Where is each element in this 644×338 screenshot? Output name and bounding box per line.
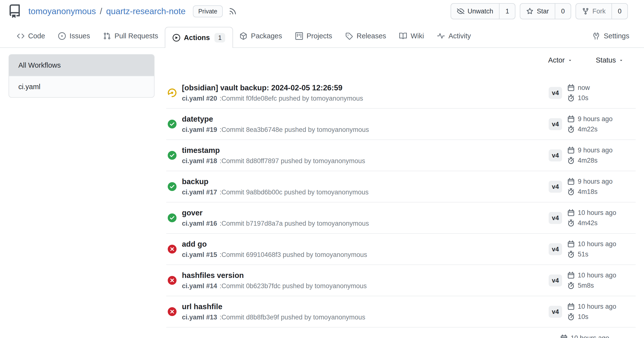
run-time-text: 10 hours ago [578,209,616,217]
eye-closed-icon [457,7,464,15]
actor-filter-dropdown[interactable]: Actor [548,56,572,64]
tab-actions[interactable]: Actions1 [165,27,233,48]
fork-label: Fork [592,7,606,15]
star-count[interactable]: 0 [555,4,571,19]
run-title-link[interactable]: add go [182,240,367,249]
run-started-time: 9 hours ago [568,115,613,123]
repo-owner-link[interactable]: tomoyanonymous [28,6,96,16]
run-duration-text: 5m8s [578,282,594,289]
run-time-text: 10 hours ago [571,334,609,338]
git-pull-request-icon [103,32,111,40]
issue-opened-icon [58,32,66,40]
run-started-time: 10 hours ago [560,334,609,338]
run-title-link[interactable]: url hashfile [182,302,365,311]
run-commit-description: :Commit f0fde08efc pushed by tomoyanonym… [220,95,363,102]
run-subtitle: ci.yaml #13 :Commit d8b8fb3e9f pushed by… [182,314,365,321]
run-workflow-ref[interactable]: ci.yaml #18 [182,157,217,165]
run-workflow-ref[interactable]: ci.yaml #16 [182,220,217,227]
fork-count[interactable]: 0 [612,4,627,19]
run-title-link[interactable]: backup [182,177,368,186]
run-title-link[interactable]: [obsidian] vault backup: 2024-02-05 12:2… [182,84,363,92]
run-commit-description: :Commit d8b8fb3e9f pushed by tomoyanonym… [220,314,365,321]
calendar-icon [560,335,568,338]
unwatch-label: Unwatch [468,7,493,15]
repo-header: tomoyanonymous / quartz-research-note Pr… [8,1,628,21]
run-summary: url hashfile ci.yaml #13 :Commit d8b8fb3… [182,302,365,321]
run-subtitle: ci.yaml #17 :Commit 9a8bd6b00c pushed by… [182,188,368,196]
run-workflow-ref[interactable]: ci.yaml #14 [182,282,217,290]
chevron-down-icon [568,58,572,62]
code-icon [17,32,24,40]
chevron-down-icon [619,58,624,62]
repo-icon [8,4,22,18]
status-filter-dropdown[interactable]: Status [596,56,624,64]
run-duration-text: 4m42s [578,219,598,227]
sidebar-item-ci.yaml[interactable]: ci.yaml [9,76,154,97]
tab-pull-requests[interactable]: Pull Requests [96,32,165,40]
workflow-run-row: url hashfile ci.yaml #13 :Commit d8b8fb3… [166,296,636,328]
run-summary: [obsidian] vault backup: 2024-02-05 12:2… [182,84,363,102]
success-status-icon [168,151,176,160]
tab-settings[interactable]: Settings [592,32,629,40]
tab-wiki[interactable]: Wiki [393,32,430,40]
tab-packages[interactable]: Packages [233,32,288,40]
run-times: 9 hours ago 4m22s [568,115,613,133]
rss-feed-icon[interactable] [228,7,237,15]
workflow-run-row: hashfiles version ci.yaml #14 :Commit 0b… [166,265,636,296]
star-button[interactable]: Star [520,4,555,19]
run-times: 9 hours ago 4m28s [568,147,613,164]
unwatch-count[interactable]: 1 [499,4,515,19]
run-workflow-ref[interactable]: ci.yaml #13 [182,314,217,321]
unwatch-button[interactable]: Unwatch [451,4,499,19]
run-workflow-ref[interactable]: ci.yaml #17 [182,188,217,196]
run-duration: 51s [568,251,616,258]
run-meta: v4 10 hours ago 10s [549,303,636,321]
tab-code[interactable]: Code [10,32,52,40]
fork-button[interactable]: Fork [576,4,612,19]
workflow-run-row: backup ci.yaml #17 :Commit 9a8bd6b00c pu… [166,171,636,202]
tab-projects[interactable]: Projects [289,32,339,40]
workflow-run-row: gover ci.yaml #16 :Commit b7197d8a7a pus… [166,202,636,234]
book-icon [399,32,407,40]
run-subtitle: ci.yaml #15 :Commit 69910468f3 pushed by… [182,251,367,259]
run-title-link[interactable]: gover [182,208,369,217]
run-times: 10 hours ago 4m42s [568,209,616,227]
runner-version-badge: v4 [549,243,562,255]
run-time-text: 10 hours ago [578,240,616,248]
sidebar-item-all-workflows[interactable]: All Workflows [9,55,154,76]
run-time-text: 9 hours ago [578,147,613,154]
run-title-link[interactable]: datetype [182,115,369,124]
run-workflow-ref[interactable]: ci.yaml #15 [182,251,217,259]
run-title-link[interactable]: timestamp [182,146,365,155]
run-summary: gover ci.yaml #16 :Commit b7197d8a7a pus… [182,208,369,227]
run-commit-description: :Commit 0b623b7fdc pushed by tomoyanonym… [220,282,367,290]
fork-icon [582,7,589,15]
workflow-run-list: [obsidian] vault backup: 2024-02-05 12:2… [166,77,636,338]
nav-tabs: CodeIssuesPull RequestsActions1PackagesP… [10,24,478,47]
tab-label: Projects [306,32,332,40]
package-icon [240,32,247,40]
success-status-icon [168,182,176,191]
tab-activity[interactable]: Activity [430,32,478,40]
tab-issues[interactable]: Issues [52,32,96,40]
run-times: now 10s [568,84,590,102]
runner-version-badge: v4 [549,118,562,130]
run-duration: 4m42s [568,219,616,227]
run-workflow-ref[interactable]: ci.yaml #19 [182,126,217,134]
run-started-time: now [568,84,590,92]
repo-name-link[interactable]: quartz-research-note [106,6,186,16]
failure-status-icon [168,276,176,285]
workflow-run-row: datetype ci.yaml #19 :Commit 8ea3b6748e … [166,109,636,140]
tab-counter: 1 [214,33,225,42]
run-duration-text: 10s [578,313,588,321]
run-duration: 4m28s [568,157,613,164]
calendar-icon [568,241,574,248]
tab-releases[interactable]: Releases [339,32,393,40]
success-status-icon [168,120,176,129]
run-started-time: 10 hours ago [568,272,616,279]
tab-label: Pull Requests [114,32,158,40]
run-workflow-ref[interactable]: ci.yaml #20 [182,95,217,102]
run-time-text: 10 hours ago [578,272,616,279]
run-title-link[interactable]: hashfiles version [182,271,367,280]
run-started-time: 10 hours ago [568,240,616,248]
